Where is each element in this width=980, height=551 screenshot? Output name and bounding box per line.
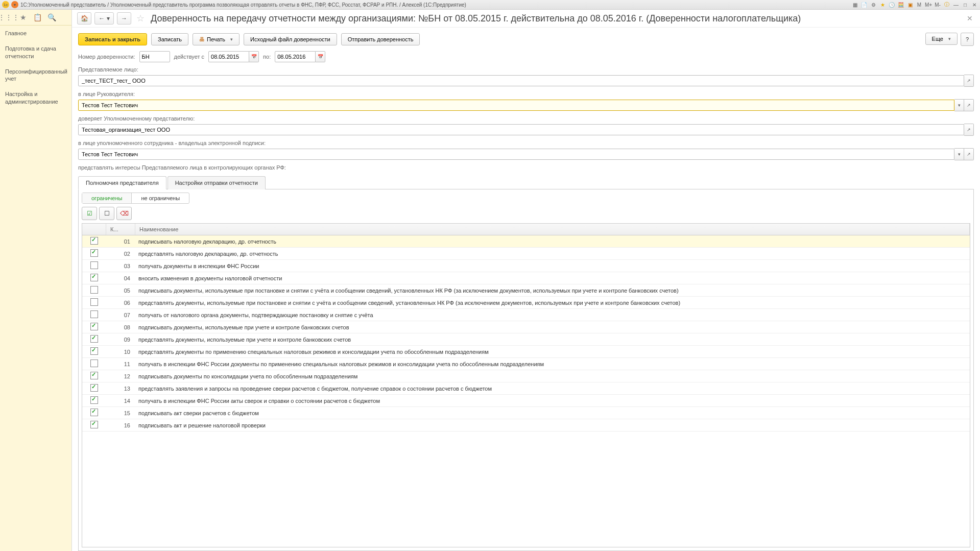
table-row[interactable]: 06представлять документы, используемые п… bbox=[82, 297, 970, 309]
row-checkbox[interactable] bbox=[90, 310, 98, 318]
maximize-icon[interactable]: □ bbox=[962, 1, 969, 8]
row-checkbox[interactable] bbox=[90, 396, 98, 404]
calendar-icon[interactable]: 📅 bbox=[316, 51, 325, 62]
row-code: 10 bbox=[106, 347, 134, 356]
row-code: 15 bbox=[106, 409, 134, 418]
table-row[interactable]: 05подписывать документы, используемые пр… bbox=[82, 284, 970, 297]
row-checkbox[interactable] bbox=[90, 421, 98, 428]
number-input[interactable] bbox=[139, 51, 170, 62]
row-code: 11 bbox=[106, 360, 134, 369]
row-checkbox[interactable] bbox=[90, 384, 98, 392]
table-row[interactable]: 16подписывать акт и решение налоговой пр… bbox=[82, 419, 970, 432]
org-input[interactable] bbox=[78, 75, 964, 86]
more-button[interactable]: Еще bbox=[925, 33, 958, 45]
app-icon-2: ▾ bbox=[11, 1, 18, 8]
row-name: представлять документы по применению спе… bbox=[134, 347, 970, 356]
titlebar-icon[interactable]: ⚙ bbox=[870, 1, 877, 8]
row-code: 01 bbox=[106, 237, 134, 246]
dropdown-icon[interactable]: ▾ bbox=[954, 148, 964, 160]
table-row[interactable]: 08подписывать документы, используемые пр… bbox=[82, 321, 970, 333]
sidebar-item-personified[interactable]: Персонифицированный учет bbox=[0, 64, 71, 87]
row-checkbox[interactable] bbox=[90, 261, 98, 269]
row-checkbox[interactable] bbox=[90, 347, 98, 355]
rep-input[interactable] bbox=[78, 124, 964, 135]
source-file-button[interactable]: Исходный файл доверенности bbox=[244, 33, 337, 45]
table-row[interactable]: 13представлять заявления и запросы на пр… bbox=[82, 382, 970, 395]
print-button[interactable]: 🖶Печать bbox=[193, 33, 240, 45]
table-row[interactable]: 02представлять налоговую декларацию, др.… bbox=[82, 248, 970, 260]
row-checkbox[interactable] bbox=[90, 409, 98, 416]
row-checkbox[interactable] bbox=[90, 360, 98, 367]
table-row[interactable]: 01подписывать налоговую декларацию, др. … bbox=[82, 235, 970, 248]
open-ref-icon[interactable]: ↗ bbox=[964, 99, 974, 111]
radio-limited[interactable]: ограничены bbox=[82, 193, 132, 203]
clear-button[interactable]: ⌫ bbox=[116, 207, 132, 220]
open-ref-icon[interactable]: ↗ bbox=[964, 124, 974, 136]
save-button[interactable]: Записать bbox=[151, 33, 188, 45]
titlebar-icon[interactable]: 🧮 bbox=[897, 1, 904, 8]
sidebar-item-main[interactable]: Главное bbox=[0, 26, 71, 41]
back-button[interactable]: ← ▾ bbox=[94, 12, 114, 25]
apps-icon[interactable]: ⋮⋮⋮ bbox=[4, 13, 13, 22]
head-input[interactable] bbox=[78, 100, 954, 111]
clipboard-icon[interactable]: 📋 bbox=[33, 13, 42, 22]
titlebar-icon[interactable]: 📄 bbox=[861, 1, 868, 8]
row-checkbox[interactable] bbox=[90, 274, 98, 281]
number-label: Номер доверенности: bbox=[78, 54, 135, 60]
table-row[interactable]: 12подписывать документы по консолидации … bbox=[82, 370, 970, 382]
table-row[interactable]: 07получать от налогового органа документ… bbox=[82, 309, 970, 321]
table-row[interactable]: 04вносить изменения в документы налогово… bbox=[82, 272, 970, 284]
radio-unlimited[interactable]: не ограничены bbox=[132, 193, 189, 203]
sidebar-item-reports[interactable]: Подготовка и сдача отчетности bbox=[0, 41, 71, 64]
titlebar-icon[interactable]: ▦ bbox=[851, 1, 858, 8]
table-row[interactable]: 11получать в инспекции ФНС России докуме… bbox=[82, 358, 970, 370]
sidebar-item-admin[interactable]: Настройка и администрирование bbox=[0, 86, 71, 109]
forward-button[interactable]: → bbox=[117, 12, 131, 25]
uncheck-all-button[interactable]: ☐ bbox=[99, 207, 114, 220]
titlebar-icon[interactable]: 🕓 bbox=[888, 1, 895, 8]
tab-powers[interactable]: Полномочия представителя bbox=[78, 176, 166, 189]
m-plus-label[interactable]: M+ bbox=[925, 1, 932, 8]
m-label[interactable]: M bbox=[916, 1, 923, 8]
minimize-icon[interactable]: — bbox=[952, 1, 960, 8]
check-all-button[interactable]: ☑ bbox=[82, 207, 97, 220]
close-tab-icon[interactable]: ✕ bbox=[965, 14, 975, 22]
save-close-button[interactable]: Записать и закрыть bbox=[78, 33, 147, 45]
row-checkbox[interactable] bbox=[90, 286, 98, 294]
row-name: подписывать документы по консолидации уч… bbox=[134, 372, 970, 381]
table-row[interactable]: 14получать в инспекции ФНС России акты с… bbox=[82, 395, 970, 407]
sidebar-item-label: Главное bbox=[5, 30, 27, 36]
row-checkbox[interactable] bbox=[90, 249, 98, 257]
row-checkbox[interactable] bbox=[90, 335, 98, 343]
home-button[interactable]: 🏠 bbox=[77, 12, 91, 25]
row-checkbox[interactable] bbox=[90, 298, 98, 306]
table-row[interactable]: 03получать документы в инспекции ФНС Рос… bbox=[82, 260, 970, 272]
row-checkbox[interactable] bbox=[90, 237, 98, 245]
dropdown-icon[interactable]: ▾ bbox=[954, 99, 964, 111]
table-row[interactable]: 15подписывать акт сверки расчетов с бюдж… bbox=[82, 407, 970, 419]
open-ref-icon[interactable]: ↗ bbox=[964, 148, 974, 160]
favorite-icon[interactable]: ★ bbox=[18, 13, 28, 22]
titlebar-icon[interactable]: ▣ bbox=[906, 1, 914, 8]
table-row[interactable]: 09представлять документы, используемые п… bbox=[82, 333, 970, 346]
search-icon[interactable]: 🔍 bbox=[47, 13, 56, 22]
date-to-input[interactable] bbox=[275, 51, 316, 62]
calendar-icon[interactable]: 📅 bbox=[249, 51, 259, 62]
row-checkbox[interactable] bbox=[90, 372, 98, 379]
send-button[interactable]: Отправить доверенность bbox=[341, 33, 420, 45]
titlebar-star-icon[interactable]: ★ bbox=[879, 1, 886, 8]
help-button[interactable]: ? bbox=[961, 33, 974, 46]
m-minus-label[interactable]: M- bbox=[934, 1, 941, 8]
row-checkbox[interactable] bbox=[90, 323, 98, 330]
favorite-star-icon[interactable]: ☆ bbox=[136, 13, 145, 24]
row-name: представлять заявления и запросы на пров… bbox=[134, 384, 970, 393]
date-from-input[interactable] bbox=[208, 51, 249, 62]
printer-icon: 🖶 bbox=[199, 36, 205, 42]
info-icon[interactable]: ⓘ bbox=[943, 1, 950, 8]
open-ref-icon[interactable]: ↗ bbox=[964, 75, 974, 87]
row-name: представлять документы, используемые при… bbox=[134, 298, 970, 307]
table-row[interactable]: 10представлять документы по применению с… bbox=[82, 346, 970, 358]
close-icon[interactable]: ✕ bbox=[971, 1, 978, 8]
tab-send-settings[interactable]: Настройки отправки отчетности bbox=[168, 176, 266, 189]
emp-input[interactable] bbox=[78, 149, 954, 160]
